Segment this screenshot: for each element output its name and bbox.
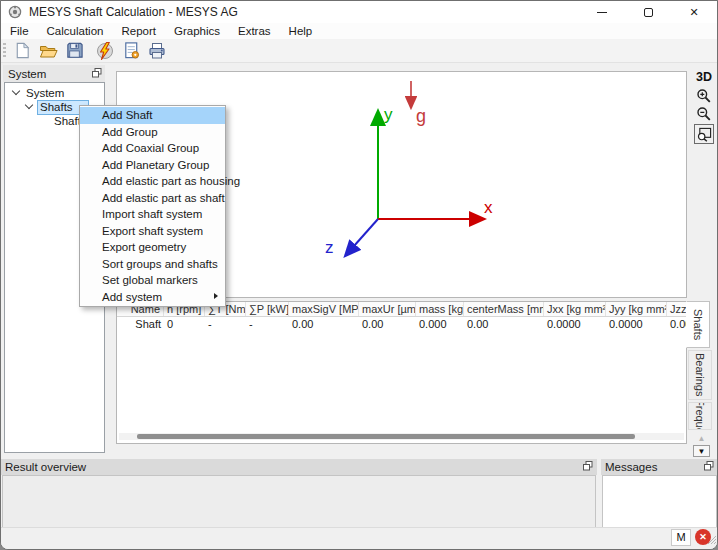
status-bar: M ✕ bbox=[1, 527, 717, 549]
result-overview-title: Result overview bbox=[5, 461, 86, 473]
cell-torque: - bbox=[205, 318, 246, 332]
col-jxx[interactable]: Jxx [kg mm²] bbox=[544, 302, 606, 316]
z-axis bbox=[346, 219, 378, 255]
tab-shafts[interactable]: Shafts bbox=[686, 301, 710, 348]
menu-item-add-planetary-group[interactable]: Add Planetary Group bbox=[80, 157, 225, 174]
submenu-arrow-icon bbox=[214, 293, 218, 299]
print-icon bbox=[147, 41, 167, 61]
menu-item-add-group[interactable]: Add Group bbox=[80, 124, 225, 141]
float-panel-icon[interactable] bbox=[583, 461, 593, 473]
minimize-button[interactable] bbox=[579, 1, 625, 23]
cell-name: Shaft bbox=[117, 318, 164, 332]
new-file-button[interactable] bbox=[9, 40, 35, 62]
menu-report[interactable]: Report bbox=[112, 24, 165, 38]
minimize-icon bbox=[597, 12, 607, 13]
chevron-down-icon[interactable] bbox=[25, 101, 33, 109]
gravity-label: g bbox=[416, 106, 426, 126]
view-3d-button[interactable]: 3D bbox=[696, 70, 712, 84]
zoom-fit-icon bbox=[697, 127, 712, 142]
tree-item-system[interactable]: System bbox=[5, 86, 104, 100]
menu-item-add-elastic-housing[interactable]: Add elastic part as housing bbox=[80, 173, 225, 190]
system-panel-header: System bbox=[3, 65, 105, 82]
tree-item-shaft-label: Shaft bbox=[54, 115, 81, 127]
menu-item-set-global-markers[interactable]: Set global markers bbox=[80, 272, 225, 289]
menu-item-import-shaft-system[interactable]: Import shaft system bbox=[80, 206, 225, 223]
zoom-in-button[interactable] bbox=[694, 87, 715, 105]
maximize-button[interactable] bbox=[625, 1, 671, 23]
col-maxsigv[interactable]: maxSigV [MPa] bbox=[289, 302, 359, 316]
float-panel-icon[interactable] bbox=[704, 461, 714, 473]
open-file-icon bbox=[38, 41, 58, 61]
zoom-out-button[interactable] bbox=[694, 105, 715, 123]
system-panel-title: System bbox=[8, 68, 46, 80]
y-axis-label: y bbox=[384, 105, 393, 124]
col-mass[interactable]: mass [kg] bbox=[416, 302, 464, 316]
cell-power: - bbox=[246, 318, 289, 332]
marker-button[interactable]: M bbox=[671, 529, 691, 546]
col-jzz[interactable]: Jzz [kg mm²] bbox=[667, 302, 687, 316]
col-power[interactable]: ∑P [kW] bbox=[246, 302, 289, 316]
horizontal-scrollbar[interactable] bbox=[119, 433, 684, 440]
menu-item-add-shaft[interactable]: Add Shaft bbox=[80, 107, 225, 124]
menu-item-add-system-label: Add system bbox=[102, 291, 162, 303]
zoom-fit-button[interactable] bbox=[694, 124, 714, 144]
table-row[interactable]: Shaft 0 - - 0.00 0.00 0.000 0.00 0.0000 … bbox=[117, 318, 686, 332]
menu-calculation[interactable]: Calculation bbox=[38, 24, 113, 38]
save-button[interactable] bbox=[61, 40, 87, 62]
close-button[interactable]: ✕ bbox=[671, 1, 717, 23]
messages-header: Messages bbox=[601, 459, 718, 475]
tab-scroll-down-button[interactable]: ▼ bbox=[693, 445, 710, 457]
menu-extras[interactable]: Extras bbox=[229, 24, 280, 38]
calculate-button[interactable] bbox=[92, 40, 118, 62]
report-icon bbox=[122, 41, 141, 60]
menu-help[interactable]: Help bbox=[280, 24, 322, 38]
cell-n: 0 bbox=[164, 318, 205, 332]
chevron-down-icon[interactable] bbox=[12, 87, 20, 95]
col-centermass[interactable]: centerMass [mm] bbox=[464, 302, 544, 316]
menu-item-sort-groups[interactable]: Sort groups and shafts bbox=[80, 256, 225, 273]
tab-scroll-up-button[interactable]: ▲ bbox=[693, 432, 710, 444]
menu-item-add-system[interactable]: Add system bbox=[80, 289, 225, 306]
cell-maxur: 0.00 bbox=[359, 318, 416, 332]
open-file-button[interactable] bbox=[35, 40, 61, 62]
tab-bearings[interactable]: Bearings bbox=[688, 350, 712, 400]
title-bar[interactable]: MESYS Shaft Calculation - MESYS AG ✕ bbox=[1, 1, 717, 23]
calculate-lightning-icon bbox=[95, 41, 115, 61]
cell-mass: 0.000 bbox=[416, 318, 464, 332]
menu-bar: File Calculation Report Graphics Extras … bbox=[1, 23, 717, 39]
view-toolbar: 3D bbox=[691, 70, 717, 144]
shaft-table-panel: Name n [rpm] ∑T [Nm] ∑P [kW] maxSigV [MP… bbox=[116, 301, 687, 444]
tab-frequencies[interactable]: Freque bbox=[688, 402, 712, 430]
menu-item-add-coaxial-group[interactable]: Add Coaxial Group bbox=[80, 140, 225, 157]
z-axis-label: z bbox=[325, 238, 334, 257]
menu-item-export-geometry[interactable]: Export geometry bbox=[80, 239, 225, 256]
menu-graphics[interactable]: Graphics bbox=[165, 24, 229, 38]
cell-jzz: 0.0000 bbox=[667, 318, 687, 332]
close-icon: ✕ bbox=[689, 7, 698, 18]
save-icon bbox=[65, 41, 84, 60]
main-toolbar bbox=[1, 39, 717, 63]
result-overview-content bbox=[2, 475, 596, 528]
cell-maxsigv: 0.00 bbox=[289, 318, 359, 332]
cell-jyy: 0.0000 bbox=[606, 318, 667, 332]
zoom-in-icon bbox=[696, 88, 712, 104]
print-button[interactable] bbox=[144, 40, 170, 62]
h-scrollbar-thumb[interactable] bbox=[137, 434, 635, 439]
window-title: MESYS Shaft Calculation - MESYS AG bbox=[29, 5, 238, 19]
toolbar-grip[interactable] bbox=[3, 43, 6, 59]
float-panel-icon[interactable] bbox=[92, 68, 102, 80]
cell-jxx: 0.0000 bbox=[544, 318, 606, 332]
resize-grip[interactable] bbox=[706, 530, 716, 548]
app-window: MESYS Shaft Calculation - MESYS AG ✕ Fil… bbox=[0, 0, 718, 550]
report-button[interactable] bbox=[118, 40, 144, 62]
messages-content bbox=[602, 475, 717, 528]
col-maxur[interactable]: maxUr [µm] bbox=[359, 302, 416, 316]
cell-centermass: 0.00 bbox=[464, 318, 544, 332]
maximize-icon bbox=[644, 8, 653, 17]
menu-item-add-elastic-shaft[interactable]: Add elastic part as shaft bbox=[80, 190, 225, 207]
col-jyy[interactable]: Jyy [kg mm²] bbox=[606, 302, 667, 316]
new-file-icon bbox=[13, 41, 32, 60]
menu-file[interactable]: File bbox=[1, 24, 38, 38]
results-tab-bar: Shafts Bearings Freque ▲ ▼ bbox=[687, 301, 716, 457]
menu-item-export-shaft-system[interactable]: Export shaft system bbox=[80, 223, 225, 240]
